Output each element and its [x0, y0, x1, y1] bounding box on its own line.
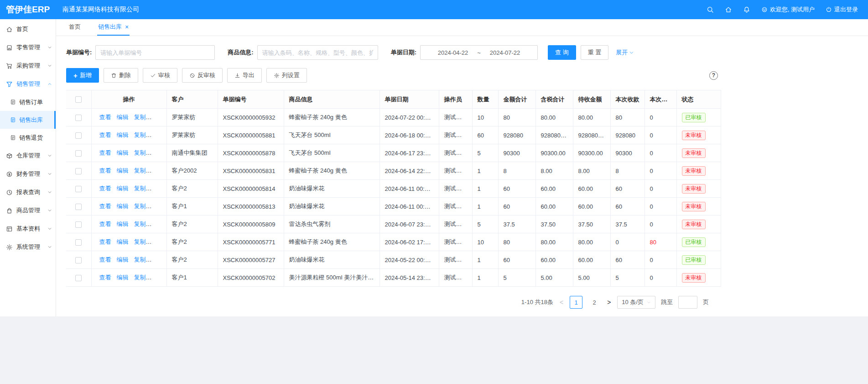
customer-cell: 南通中集集团 — [166, 144, 218, 162]
row-checkbox[interactable] — [75, 239, 82, 246]
delete-link[interactable]: 删除 — [151, 114, 163, 121]
edit-link[interactable]: 编辑 — [117, 185, 129, 192]
edit-link[interactable]: 编辑 — [117, 167, 129, 174]
sidebar-item-sales[interactable]: 销售管理 — [0, 75, 56, 93]
tab-home[interactable]: 首页 — [68, 19, 82, 36]
table-row: 查看编辑复制删除客户1XSCK00000005702美汁源果粒橙 500ml 美… — [66, 269, 721, 287]
view-link[interactable]: 查看 — [99, 149, 111, 156]
reset-button[interactable]: 重 置 — [581, 45, 609, 60]
jump-page-input[interactable] — [678, 296, 697, 309]
sidebar-subitem-sales-return[interactable]: 销售退货 — [0, 129, 56, 147]
row-checkbox[interactable] — [75, 257, 82, 263]
page-button-2[interactable]: 2 — [588, 296, 601, 309]
edit-link[interactable]: 编辑 — [117, 149, 129, 156]
copy-link[interactable]: 复制 — [134, 132, 146, 138]
expand-toggle[interactable]: 展开 — [616, 48, 634, 57]
copy-link[interactable]: 复制 — [134, 274, 146, 281]
sidebar-item-basic[interactable]: 基本资料 — [0, 220, 56, 238]
next-page-button[interactable]: > — [606, 299, 612, 306]
row-checkbox[interactable] — [75, 204, 82, 210]
edit-link[interactable]: 编辑 — [117, 238, 129, 245]
row-checkbox[interactable] — [75, 168, 82, 174]
page-size-select[interactable]: 10 条/页 — [617, 296, 655, 309]
date-end-value[interactable]: 2024-07-22 — [490, 49, 520, 56]
sidebar-item-purchase[interactable]: 采购管理 — [0, 57, 56, 75]
jump-unit: 页 — [703, 298, 709, 306]
row-checkbox[interactable] — [75, 275, 82, 281]
edit-link[interactable]: 编辑 — [117, 221, 129, 227]
view-link[interactable]: 查看 — [99, 256, 111, 263]
search-icon[interactable] — [707, 6, 714, 13]
export-button[interactable]: 导出 — [227, 68, 262, 83]
date-range-picker[interactable]: 2024-04-22 ~ 2024-07-22 — [420, 45, 538, 60]
copy-link[interactable]: 复制 — [134, 203, 146, 210]
view-link[interactable]: 查看 — [99, 132, 111, 138]
copy-link[interactable]: 复制 — [134, 256, 146, 263]
edit-link[interactable]: 编辑 — [117, 256, 129, 263]
product-info-input[interactable] — [257, 45, 378, 60]
home-icon[interactable] — [725, 6, 732, 13]
delete-link[interactable]: 删除 — [151, 203, 163, 210]
audit-button[interactable]: 审核 — [143, 68, 177, 83]
row-checkbox[interactable] — [75, 115, 82, 121]
date-start-value[interactable]: 2024-04-22 — [438, 49, 468, 56]
edit-link[interactable]: 编辑 — [117, 114, 129, 121]
copy-link[interactable]: 复制 — [134, 167, 146, 174]
copy-link[interactable]: 复制 — [134, 238, 146, 245]
edit-link[interactable]: 编辑 — [117, 203, 129, 210]
sidebar-subitem-sales-outbound[interactable]: 销售出库 — [0, 111, 56, 129]
copy-link[interactable]: 复制 — [134, 149, 146, 156]
sidebar-item-system[interactable]: 系统管理 — [0, 238, 56, 256]
main-panel: 首页销售出库× 单据编号: 商品信息: 单据日期: 2024-04-22 ~ 2… — [56, 19, 868, 316]
delete-link[interactable]: 删除 — [151, 185, 163, 192]
search-button[interactable]: 查 询 — [548, 45, 576, 60]
tax-total-cell: 37.50 — [535, 216, 573, 233]
sidebar-item-finance[interactable]: 财务管理 — [0, 165, 56, 183]
sidebar-item-warehouse[interactable]: 仓库管理 — [0, 147, 56, 165]
help-icon[interactable]: ? — [709, 71, 718, 80]
copy-link[interactable]: 复制 — [134, 185, 146, 192]
sidebar-item-report[interactable]: 报表查询 — [0, 183, 56, 201]
unaudit-button[interactable]: 反审核 — [182, 68, 223, 83]
bell-icon[interactable] — [743, 6, 750, 13]
delete-link[interactable]: 删除 — [151, 167, 163, 174]
logout-button[interactable]: 退出登录 — [826, 5, 858, 14]
view-link[interactable]: 查看 — [99, 274, 111, 281]
select-all-checkbox[interactable] — [75, 96, 82, 103]
sidebar-subitem-sales-order[interactable]: 销售订单 — [0, 93, 56, 111]
receivable-cell: 80.00 — [573, 109, 610, 126]
view-link[interactable]: 查看 — [99, 203, 111, 210]
view-link[interactable]: 查看 — [99, 221, 111, 227]
delete-link[interactable]: 删除 — [151, 149, 163, 156]
bill-no-input[interactable] — [95, 45, 215, 60]
tab-sales-outbound[interactable]: 销售出库× — [97, 19, 130, 36]
row-checkbox[interactable] — [75, 150, 82, 157]
view-link[interactable]: 查看 — [99, 114, 111, 121]
row-checkbox[interactable] — [75, 132, 82, 139]
sidebar-item-label: 基本资料 — [16, 225, 40, 233]
delete-link[interactable]: 删除 — [151, 238, 163, 245]
view-link[interactable]: 查看 — [99, 185, 111, 192]
add-button[interactable]: +新增 — [66, 68, 99, 83]
copy-link[interactable]: 复制 — [134, 114, 146, 121]
copy-link[interactable]: 复制 — [134, 221, 146, 227]
sidebar-item-product[interactable]: 商品管理 — [0, 201, 56, 220]
delete-button[interactable]: 删除 — [104, 68, 138, 83]
sidebar-item-home[interactable]: 首页 — [0, 20, 56, 38]
delete-link[interactable]: 删除 — [151, 132, 163, 138]
view-link[interactable]: 查看 — [99, 238, 111, 245]
prev-page-button[interactable]: < — [559, 299, 564, 306]
delete-link[interactable]: 删除 — [151, 274, 163, 281]
row-checkbox[interactable] — [75, 186, 82, 192]
edit-link[interactable]: 编辑 — [117, 132, 129, 138]
close-icon[interactable]: × — [125, 24, 129, 30]
page-button-1[interactable]: 1 — [570, 296, 582, 309]
delete-link[interactable]: 删除 — [151, 221, 163, 227]
edit-link[interactable]: 编辑 — [117, 274, 129, 281]
delete-link[interactable]: 删除 — [151, 256, 163, 263]
view-link[interactable]: 查看 — [99, 167, 111, 174]
sidebar-item-retail[interactable]: 零售管理 — [0, 38, 56, 57]
welcome-user[interactable]: 欢迎您, 测试用户 — [761, 5, 815, 14]
column-settings-button[interactable]: 列设置 — [266, 68, 307, 83]
row-checkbox[interactable] — [75, 221, 82, 228]
